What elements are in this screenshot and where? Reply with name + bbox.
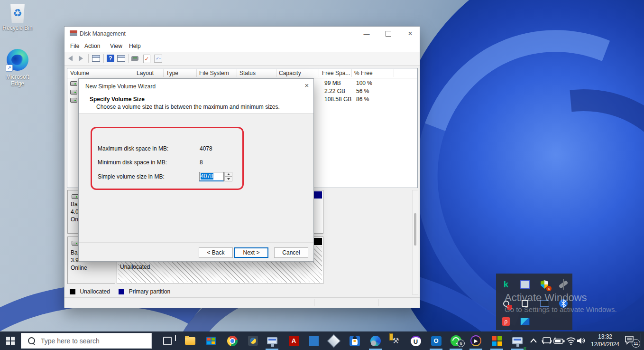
free-space-value: 99 MB <box>324 80 341 86</box>
chrome-icon[interactable] <box>226 334 239 347</box>
check-document-icon[interactable]: ✓ <box>143 55 150 63</box>
media-player-icon[interactable]: ▶ <box>469 334 482 347</box>
menu-view[interactable]: View <box>110 43 122 49</box>
battery-icon[interactable] <box>553 334 564 347</box>
wizard-close-icon[interactable]: × <box>302 81 312 90</box>
col-freespace[interactable]: Free Spa... <box>322 70 350 76</box>
clock-date: 12/04/2024 <box>587 341 623 348</box>
col-status[interactable]: Status <box>239 70 256 76</box>
desktop-icon-label: Recycle Bin <box>2 25 33 31</box>
acrobat-icon[interactable]: A <box>287 334 300 347</box>
scrollbar-thumb[interactable] <box>414 213 416 246</box>
outlook-icon[interactable]: O <box>430 334 442 347</box>
cancel-button[interactable]: Cancel <box>274 247 308 258</box>
taskbar-clock[interactable]: 13:32 12/04/2024 <box>587 333 623 349</box>
forward-icon[interactable] <box>79 56 83 61</box>
virtualbox-icon[interactable] <box>327 334 340 347</box>
notification-badge: 11 <box>632 339 640 348</box>
disk2-status: Online <box>71 265 87 271</box>
vertical-scrollbar[interactable] <box>412 190 418 295</box>
pct-free-value: 56 % <box>356 88 369 95</box>
desktop-icon-recycle-bin[interactable]: ♻ Recycle Bin <box>2 4 33 31</box>
menu-bar: File Action View Help <box>64 41 420 52</box>
disk-icon <box>72 194 79 199</box>
file-explorer-icon[interactable] <box>184 334 196 347</box>
menu-action[interactable]: Action <box>84 43 100 49</box>
whatsapp-icon[interactable]: 6 <box>450 334 462 347</box>
next-button[interactable]: Next > <box>234 247 268 258</box>
outlook-sync-icon[interactable] <box>520 316 530 327</box>
legend-primary-label: Primary partition <box>129 288 170 295</box>
free-space-value: 108.58 GB <box>324 96 351 103</box>
edge-taskbar-icon[interactable] <box>369 334 382 347</box>
unallocated-label: Unallocated <box>120 264 150 270</box>
desktop-icon-microsoft-edge[interactable]: ↗ Microsoft Edge <box>2 49 33 87</box>
back-icon[interactable] <box>68 56 73 61</box>
show-desktop-divider[interactable] <box>641 333 641 348</box>
task-view-icon[interactable] <box>161 334 174 347</box>
touchpad-monitor-icon[interactable] <box>520 279 530 290</box>
window-title: Disk Management <box>80 30 126 37</box>
microsoft-store-icon[interactable] <box>204 334 217 347</box>
col-filesystem[interactable]: File System <box>199 70 229 76</box>
status-bar <box>64 297 420 308</box>
pct-free-value: 86 % <box>356 96 369 103</box>
maximize-button[interactable] <box>377 27 399 41</box>
close-button[interactable]: × <box>399 27 421 41</box>
title-bar[interactable]: Disk Management — × <box>64 27 420 41</box>
microsoft-office-icon[interactable] <box>490 334 503 347</box>
disk1-size: 4.0 <box>71 208 79 215</box>
menu-file[interactable]: File <box>70 43 79 49</box>
computer-management-icon[interactable] <box>266 334 278 347</box>
whatsapp-badge: 6 <box>457 340 465 347</box>
excel-viewer-icon[interactable] <box>511 334 524 347</box>
col-pctfree[interactable]: % Free <box>354 70 373 76</box>
notification-center-icon[interactable]: 11 <box>624 334 638 347</box>
start-button[interactable] <box>0 331 21 350</box>
help-icon[interactable]: ? <box>107 55 114 62</box>
pct-free-value: 100 % <box>356 80 372 86</box>
defender-alert-icon[interactable]: x <box>539 279 550 290</box>
volume-list-header[interactable]: Volume Layout Type File System Status Ca… <box>67 68 417 78</box>
col-capacity[interactable]: Capacity <box>279 70 301 76</box>
pen-disabled-icon[interactable] <box>558 279 569 290</box>
volume-icon <box>70 98 77 103</box>
taskbar-search[interactable]: Type here to search <box>21 333 152 349</box>
wizard-title: New Simple Volume Wizard <box>85 83 156 90</box>
task-list-icon[interactable]: ✓- <box>154 55 162 63</box>
volume-icon[interactable] <box>575 334 587 347</box>
toolbar: ? ✓ ✓- <box>64 52 420 66</box>
col-volume[interactable]: Volume <box>70 70 89 76</box>
red-tray-app-icon[interactable]: ρ <box>501 316 511 327</box>
console-tree-icon[interactable] <box>92 55 100 62</box>
col-type[interactable]: Type <box>166 70 178 76</box>
tlauncher-icon[interactable] <box>348 334 361 347</box>
cast-display-icon[interactable] <box>541 334 552 347</box>
minimize-button[interactable]: — <box>356 27 377 41</box>
legend-unallocated-swatch <box>70 289 75 294</box>
volume-icon <box>70 90 77 95</box>
activate-windows-watermark: Activate Windows <box>505 292 587 304</box>
volume-icon <box>70 81 77 86</box>
menu-help[interactable]: Help <box>129 43 141 49</box>
wizard-header: New Simple Volume Wizard × Specify Volum… <box>79 79 313 114</box>
show-hide-action-pane-icon[interactable] <box>117 55 125 62</box>
kaspersky-icon[interactable]: k <box>501 279 511 290</box>
properties-icon[interactable] <box>131 56 138 61</box>
windows-logo-icon <box>6 337 15 345</box>
tray-chevron-icon[interactable] <box>528 334 539 347</box>
partition-tool-icon[interactable]: ⚒ <box>389 334 402 347</box>
disk1-status: On <box>71 216 78 223</box>
legend-unallocated-label: Unallocated <box>80 288 110 295</box>
unlocker-icon[interactable]: U <box>409 334 422 347</box>
clock-time: 13:32 <box>587 333 623 341</box>
taskbar: Type here to search A ⚒ U O 6 ▶ <box>0 331 644 350</box>
vscode-icon[interactable] <box>307 334 320 347</box>
disk2-type: Ba <box>71 249 78 256</box>
python-idle-icon[interactable] <box>247 334 259 347</box>
recycle-bin-icon: ♻ <box>9 4 26 23</box>
legend: Unallocated Primary partition <box>70 287 170 294</box>
back-button[interactable]: < Back <box>199 247 233 258</box>
disk2-size: 3.9 <box>71 257 79 264</box>
col-layout[interactable]: Layout <box>137 70 154 76</box>
